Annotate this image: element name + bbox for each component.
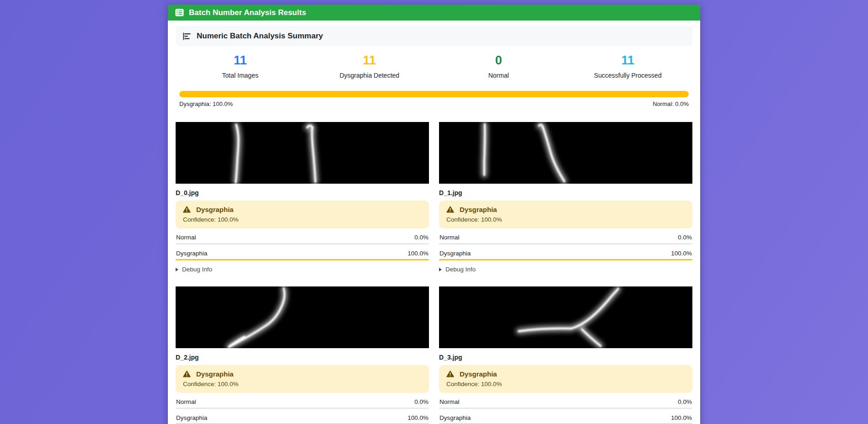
handwriting-image — [176, 122, 429, 184]
debug-info-details: Debug Info — [176, 266, 429, 273]
stat-label: Total Images — [176, 72, 305, 79]
stat-total-images: 11 Total Images — [176, 53, 305, 79]
dysgraphia-probability-row: Dysgraphia 100.0% — [439, 249, 692, 260]
distribution-dysgraphia-label: Dysgraphia: 100.0% — [179, 101, 233, 107]
normal-probability-row: Normal 0.0% — [439, 233, 692, 244]
normal-probability-row: Normal 0.0% — [176, 233, 429, 244]
result-card: D_2.jpg Dysgraphia Confidence: 100.0% — [176, 286, 429, 424]
normal-label: Normal — [439, 234, 460, 241]
collapsed-triangle-icon — [176, 268, 178, 271]
dysgraphia-probability-row: Dysgraphia 100.0% — [176, 249, 429, 260]
normal-probability-bar — [176, 408, 429, 409]
confidence-text: Confidence: 100.0% — [183, 216, 422, 223]
confidence-text: Confidence: 100.0% — [446, 381, 685, 387]
dysgraphia-value: 100.0% — [407, 250, 429, 257]
dysgraphia-label: Dysgraphia — [439, 414, 471, 421]
normal-value: 0.0% — [414, 398, 429, 405]
normal-value: 0.0% — [678, 398, 692, 405]
distribution-section: Dysgraphia: 100.0% Normal: 0.0% — [179, 91, 689, 107]
distribution-labels: Dysgraphia: 100.0% Normal: 0.0% — [179, 101, 689, 107]
image-filename: D_2.jpg — [176, 354, 429, 361]
result-card: D_0.jpg Dysgraphia Confidence: 100.0% — [176, 122, 429, 273]
window-body: Numeric Batch Analysis Summary 11 Total … — [168, 21, 700, 424]
status-badge: Dysgraphia Confidence: 100.0% — [439, 365, 692, 393]
card-list-icon — [175, 9, 184, 16]
stat-label: Successfully Processed — [563, 72, 693, 79]
debug-info-label: Debug Info — [445, 266, 476, 273]
dysgraphia-probability-bar — [176, 259, 429, 260]
bar-chart-icon — [183, 32, 191, 40]
distribution-progress-bar — [179, 91, 689, 97]
warning-icon — [446, 206, 454, 213]
stat-normal: 0 Normal — [434, 53, 563, 79]
window-header: Batch Number Analysis Results — [168, 5, 700, 21]
warning-icon — [183, 206, 191, 213]
normal-probability-bar — [176, 243, 429, 244]
stats-row: 11 Total Images 11 Dysgraphia Detected 0… — [176, 46, 692, 85]
dysgraphia-probability-bar — [439, 259, 692, 260]
warning-icon — [446, 371, 454, 377]
debug-info-toggle[interactable]: Debug Info — [176, 266, 429, 273]
status-badge: Dysgraphia Confidence: 100.0% — [176, 365, 429, 393]
normal-probability-bar — [439, 243, 692, 244]
normal-probability-row: Normal 0.0% — [439, 397, 692, 409]
distribution-normal-label: Normal: 0.0% — [653, 101, 689, 107]
status-label: Dysgraphia — [460, 370, 497, 378]
status-badge: Dysgraphia Confidence: 100.0% — [176, 201, 429, 228]
result-card: D_3.jpg Dysgraphia Confidence: 100.0% — [439, 286, 692, 424]
collapsed-triangle-icon — [439, 268, 442, 271]
normal-label: Normal — [176, 234, 196, 241]
stat-label: Normal — [434, 72, 563, 79]
debug-info-toggle[interactable]: Debug Info — [439, 266, 692, 273]
dysgraphia-label: Dysgraphia — [439, 250, 471, 257]
summary-title: Numeric Batch Analysis Summary — [197, 32, 323, 41]
image-filename: D_3.jpg — [439, 354, 692, 361]
confidence-text: Confidence: 100.0% — [446, 216, 685, 223]
status-label: Dysgraphia — [460, 206, 497, 213]
dysgraphia-probability-row: Dysgraphia 100.0% — [176, 413, 429, 424]
summary-header: Numeric Batch Analysis Summary — [176, 26, 692, 46]
results-window: Batch Number Analysis Results Numeric Ba… — [168, 5, 700, 424]
stat-value: 0 — [434, 53, 563, 68]
image-filename: D_1.jpg — [439, 189, 692, 196]
status-badge: Dysgraphia Confidence: 100.0% — [439, 201, 692, 228]
stat-label: Dysgraphia Detected — [305, 72, 434, 79]
status-label: Dysgraphia — [196, 370, 234, 378]
results-grid: D_0.jpg Dysgraphia Confidence: 100.0% — [176, 122, 692, 424]
debug-info-details: Debug Info — [439, 266, 692, 273]
image-filename: D_0.jpg — [176, 189, 429, 196]
stat-value: 11 — [176, 53, 305, 68]
warning-icon — [183, 371, 191, 377]
normal-label: Normal — [176, 398, 196, 405]
status-label: Dysgraphia — [196, 206, 234, 213]
normal-probability-row: Normal 0.0% — [176, 397, 429, 409]
debug-info-label: Debug Info — [182, 266, 212, 273]
stat-value: 11 — [563, 53, 693, 68]
normal-label: Normal — [439, 398, 460, 405]
distribution-dysgraphia-fill — [179, 91, 689, 97]
result-card: D_1.jpg Dysgraphia Confidence: 100.0% — [439, 122, 692, 273]
dysgraphia-value: 100.0% — [671, 414, 692, 421]
handwriting-image — [439, 122, 692, 184]
stat-dysgraphia-detected: 11 Dysgraphia Detected — [305, 53, 434, 79]
handwriting-image — [176, 286, 429, 348]
stat-value: 11 — [305, 53, 434, 68]
normal-value: 0.0% — [678, 234, 692, 241]
confidence-text: Confidence: 100.0% — [183, 381, 422, 387]
window-title: Batch Number Analysis Results — [189, 8, 306, 17]
dysgraphia-probability-row: Dysgraphia 100.0% — [439, 413, 692, 424]
dysgraphia-label: Dysgraphia — [176, 250, 207, 257]
handwriting-image — [439, 286, 692, 348]
dysgraphia-value: 100.0% — [407, 414, 429, 421]
stat-successfully-processed: 11 Successfully Processed — [563, 53, 693, 79]
dysgraphia-value: 100.0% — [671, 250, 692, 257]
dysgraphia-label: Dysgraphia — [176, 414, 207, 421]
normal-probability-bar — [439, 408, 692, 409]
normal-value: 0.0% — [414, 234, 429, 241]
